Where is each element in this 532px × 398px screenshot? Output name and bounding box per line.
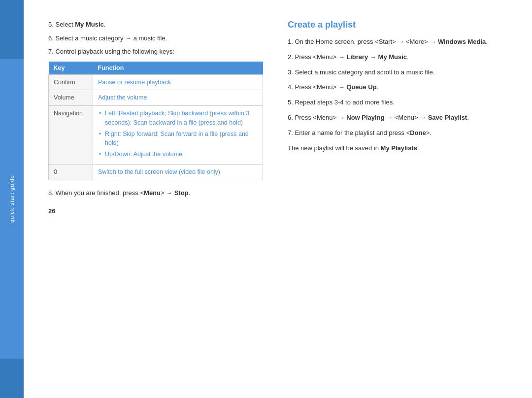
right-step-6: 6. Press <Menu> → Now Playing → <Menu> →… bbox=[288, 113, 502, 123]
step-r5-num: 5. bbox=[288, 99, 295, 106]
key-navigation: Navigation bbox=[49, 106, 93, 165]
step-r7-done: Done bbox=[410, 129, 426, 136]
page-number: 26 bbox=[48, 207, 263, 215]
col-function: Function bbox=[93, 62, 263, 75]
step-8-period: . bbox=[189, 189, 191, 197]
right-step-3: 3. Select a music category and scroll to… bbox=[288, 67, 502, 78]
right-column: Create a playlist 1. On the Home screen,… bbox=[288, 20, 502, 378]
step-r6-arrow: → <Menu> → bbox=[385, 114, 428, 121]
note-text: The new playlist will be saved in My Pla… bbox=[288, 143, 502, 154]
func-zero: Switch to the full screen view (video fi… bbox=[93, 164, 263, 180]
key-zero: 0 bbox=[49, 164, 93, 180]
step-r1-num: 1. bbox=[288, 38, 295, 45]
key-confirm: Confirm bbox=[49, 74, 93, 90]
step-5-bold: My Music bbox=[75, 21, 104, 28]
step-8-num: 8. bbox=[48, 189, 55, 197]
step-5-text: Select bbox=[55, 21, 75, 28]
step-r6-nowplaying: Now Playing bbox=[346, 114, 384, 121]
table-row-zero: 0 Switch to the full screen view (video … bbox=[49, 164, 263, 180]
step-7: 7. Control playback using the following … bbox=[48, 47, 263, 57]
step-5-suffix: . bbox=[104, 21, 106, 28]
step-r2-num: 2. bbox=[288, 53, 295, 61]
sidebar: quick start guide bbox=[0, 0, 24, 398]
step-r2-mymusic: My Music bbox=[378, 53, 407, 61]
step-r6-suffix: . bbox=[467, 114, 469, 121]
step-r2-library: Library bbox=[346, 53, 368, 61]
step-6-text: Select a music category → a music file. bbox=[55, 34, 167, 42]
step-8-arrow: > → bbox=[161, 189, 174, 197]
step-r7-suffix: >. bbox=[426, 129, 432, 136]
func-volume: Adjust the volume bbox=[93, 90, 263, 106]
table-row-navigation: Navigation Left: Restart playback; Skip … bbox=[49, 106, 263, 165]
step-r2-text: Press <Menu> → bbox=[295, 53, 346, 61]
right-step-5: 5. Repeat steps 3-4 to add more files. bbox=[288, 98, 502, 108]
step-r7-text: Enter a name for the playlist and press … bbox=[295, 129, 410, 136]
step-8-stop: Stop bbox=[174, 189, 189, 197]
main-content: 5. Select My Music. 6. Select a music ca… bbox=[24, 0, 532, 398]
step-r1-text: On the Home screen, press <Start> → <Mor… bbox=[295, 38, 437, 45]
right-step-4: 4. Press <Menu> → Queue Up. bbox=[288, 82, 502, 93]
step-7-text: Control playback using the following key… bbox=[55, 48, 174, 55]
right-step-1: 1. On the Home screen, press <Start> → <… bbox=[288, 37, 502, 47]
step-r5-text: Repeat steps 3-4 to add more files. bbox=[295, 99, 394, 106]
step-r4-text: Press <Menu> → bbox=[295, 83, 346, 91]
step-5: 5. Select My Music. bbox=[48, 20, 263, 30]
step-r4-queue: Queue Up bbox=[346, 83, 376, 91]
step-8-menu: Menu bbox=[144, 189, 161, 197]
sidebar-label: quick start guide bbox=[9, 175, 15, 223]
note-prefix: The new playlist will be saved in bbox=[288, 144, 381, 152]
func-navigation: Left: Restart playback; Skip backward (p… bbox=[93, 106, 263, 165]
section-title: Create a playlist bbox=[288, 20, 502, 30]
step-r6-text: Press <Menu> → bbox=[295, 114, 346, 121]
note-suffix: . bbox=[417, 144, 419, 152]
step-r4-suffix: . bbox=[377, 83, 379, 91]
step-6-num: 6. bbox=[48, 34, 55, 42]
step-r1-bold: Windows Media bbox=[438, 38, 486, 45]
func-confirm: Pause or resume playback bbox=[93, 74, 263, 90]
step-r3-num: 3. bbox=[288, 68, 295, 76]
step-7-num: 7. bbox=[48, 48, 55, 55]
step-8-text: When you are finished, press < bbox=[55, 189, 144, 197]
table-row-confirm: Confirm Pause or resume playback bbox=[49, 74, 263, 90]
step-r4-num: 4. bbox=[288, 83, 295, 91]
step-r2-suffix: . bbox=[407, 53, 409, 61]
right-step-2: 2. Press <Menu> → Library → My Music. bbox=[288, 52, 502, 63]
right-step-7: 7. Enter a name for the playlist and pre… bbox=[288, 128, 502, 138]
table-row-volume: Volume Adjust the volume bbox=[49, 90, 263, 106]
left-column: 5. Select My Music. 6. Select a music ca… bbox=[48, 20, 263, 378]
step-r3-text: Select a music category and scroll to a … bbox=[295, 68, 434, 76]
table-header-row: Key Function bbox=[49, 62, 263, 75]
key-volume: Volume bbox=[49, 90, 93, 106]
step-8: 8. When you are finished, press <Menu> →… bbox=[48, 188, 263, 198]
key-function-table: Key Function Confirm Pause or resume pla… bbox=[48, 62, 263, 180]
sidebar-top-accent bbox=[0, 0, 24, 59]
step-r6-save: Save Playlist bbox=[428, 114, 467, 121]
nav-item-right: Right: Skip forward; Scan forward in a f… bbox=[98, 130, 258, 148]
step-r2-arrow: → bbox=[368, 53, 378, 61]
nav-bullet-list: Left: Restart playback; Skip backward (p… bbox=[98, 109, 258, 159]
step-r6-num: 6. bbox=[288, 114, 295, 121]
step-r7-num: 7. bbox=[288, 129, 295, 136]
nav-item-left: Left: Restart playback; Skip backward (p… bbox=[98, 109, 258, 128]
note-bold: My Playlists bbox=[381, 144, 417, 152]
step-5-num: 5. bbox=[48, 21, 55, 28]
col-key: Key bbox=[49, 62, 93, 75]
sidebar-bottom-accent bbox=[0, 359, 24, 398]
step-r1-suffix: . bbox=[486, 38, 488, 45]
step-6: 6. Select a music category → a music fil… bbox=[48, 33, 263, 43]
nav-item-updown: Up/Down: Adjust the volume bbox=[98, 150, 258, 159]
